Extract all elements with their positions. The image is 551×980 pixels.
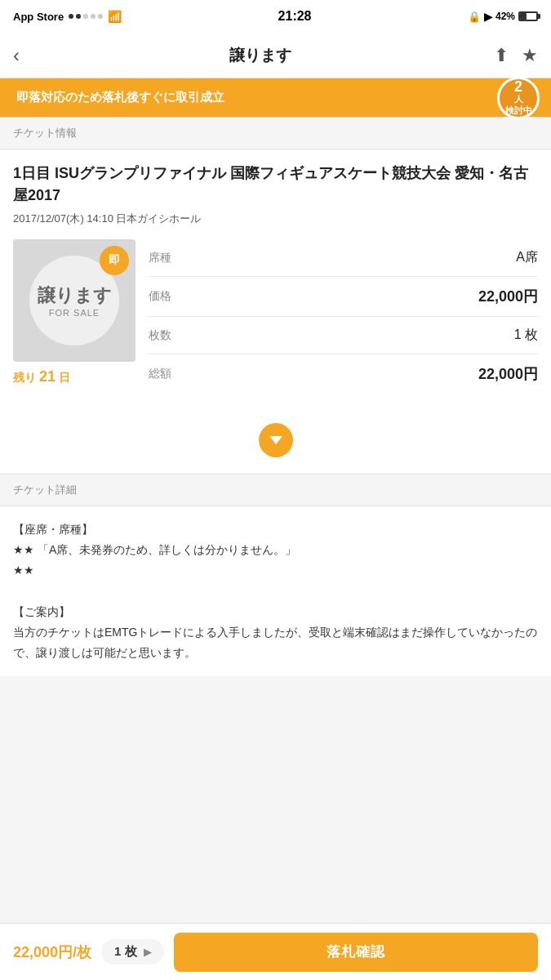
spec-value-price: 22,000円 (478, 287, 538, 306)
down-arrow-button[interactable] (259, 423, 293, 457)
ticket-details-row: 譲ります FOR SALE 即 残り 21 日 席種 A席 価格 22,000円 (13, 239, 538, 394)
ticket-image-col: 譲ります FOR SALE 即 残り 21 日 (13, 239, 136, 385)
down-arrow-container (0, 410, 551, 474)
share-icon[interactable]: ⬆ (494, 45, 509, 66)
banner-text: 即落対応のため落札後すぐに取引成立 (16, 90, 224, 105)
spec-row-price: 価格 22,000円 (149, 277, 538, 317)
signal-dot-2 (76, 14, 81, 19)
immediate-badge: 即 (100, 246, 129, 275)
viewers-badge: 2 人検討中 (497, 77, 540, 119)
detail-line5: 【ご案内】 (13, 605, 70, 618)
spec-label-total: 総額 (149, 367, 171, 381)
status-left: App Store 📶 (13, 10, 122, 23)
event-date: 2017/12/07(木) 14:10 日本ガイシホール (13, 212, 538, 226)
detail-line6: 当方のチケットはEMTGトレードによる入手しましたが、受取と端末確認はまだ操作し… (13, 626, 537, 659)
quantity-value: 1 枚 (114, 944, 137, 960)
ticket-main-text: 譲ります (38, 283, 112, 308)
spec-row-seat-type: 席種 A席 (149, 239, 538, 277)
signal-dot-1 (69, 14, 73, 19)
bottom-spacer (0, 676, 551, 742)
signal-dot-4 (91, 14, 96, 19)
detail-line1: 【座席・席種】 (13, 523, 93, 536)
detail-line3: ★★ (13, 564, 34, 577)
remaining-num: 21 (39, 368, 56, 385)
lock-icon: 🔒 (468, 11, 481, 23)
battery-percent: 42% (495, 11, 515, 22)
quantity-arrow-icon: ▶ (144, 947, 151, 958)
ticket-info-section-header: チケット情報 (0, 117, 551, 149)
badge-number: 2 (514, 79, 522, 94)
remaining-suffix: 日 (59, 371, 70, 384)
ticket-image: 譲ります FOR SALE 即 (13, 239, 136, 362)
wifi-icon: 📶 (108, 10, 122, 23)
ticket-detail-section-header: チケット詳細 (0, 474, 551, 506)
ticket-info-label: チケット情報 (13, 127, 77, 139)
status-right: 🔒 ▶ 42% (468, 11, 538, 23)
spec-row-total: 総額 22,000円 (149, 354, 538, 394)
detail-line2: ★★ 「A席、未発券のため、詳しくは分かりません。」 (13, 543, 296, 556)
remaining-days: 残り 21 日 (13, 368, 136, 385)
page-title: 譲ります (229, 45, 291, 66)
detail-text: 【座席・席種】 ★★ 「A席、未発券のため、詳しくは分かりません。」 ★★ 【ご… (13, 519, 538, 663)
location-icon: ▶ (484, 11, 492, 23)
quantity-selector[interactable]: 1 枚 ▶ (101, 939, 164, 964)
ticket-specs: 席種 A席 価格 22,000円 枚数 1 枚 総額 22,000円 (149, 239, 538, 394)
immediate-banner: 即落対応のため落札後すぐに取引成立 2 人検討中 (0, 78, 551, 117)
price-per-ticket: 22,000円/枚 (13, 942, 91, 962)
signal-dot-3 (83, 14, 88, 19)
badge-label: 人検討中 (505, 94, 532, 115)
bid-button[interactable]: 落札確認 (174, 933, 538, 972)
spec-label-price: 価格 (149, 289, 171, 304)
spec-row-quantity: 枚数 1 枚 (149, 317, 538, 354)
navigation-bar: ‹ 譲ります ⬆ ★ (0, 33, 551, 78)
svg-marker-0 (269, 436, 282, 444)
status-time: 21:28 (278, 9, 312, 24)
bookmark-icon[interactable]: ★ (522, 45, 538, 66)
signal-indicator (69, 14, 103, 19)
ticket-card: 1日目 ISUグランプリファイナル 国際フィギュアスケート競技大会 愛知・名古屋… (0, 149, 551, 410)
event-title: 1日目 ISUグランプリファイナル 国際フィギュアスケート競技大会 愛知・名古屋… (13, 163, 538, 207)
status-bar: App Store 📶 21:28 🔒 ▶ 42% (0, 0, 551, 33)
remaining-prefix: 残り (13, 371, 36, 384)
ticket-detail-label: チケット詳細 (13, 483, 77, 496)
app-store-label: App Store (13, 11, 64, 23)
spec-label-quantity: 枚数 (149, 328, 171, 343)
spec-value-quantity: 1 枚 (514, 327, 538, 344)
spec-label-seat-type: 席種 (149, 251, 171, 265)
bottom-bar: 22,000円/枚 1 枚 ▶ 落札確認 (0, 923, 551, 980)
battery-icon (518, 11, 538, 21)
ticket-sub-text: FOR SALE (49, 308, 100, 318)
battery-fill (520, 13, 527, 20)
signal-dot-5 (98, 14, 103, 19)
spec-value-seat-type: A席 (516, 249, 538, 266)
down-arrow-icon (268, 432, 284, 448)
nav-actions: ⬆ ★ (494, 45, 538, 66)
detail-section: 【座席・席種】 ★★ 「A席、未発券のため、詳しくは分かりません。」 ★★ 【ご… (0, 506, 551, 676)
back-button[interactable]: ‹ (7, 38, 26, 74)
spec-value-total: 22,000円 (478, 364, 538, 384)
